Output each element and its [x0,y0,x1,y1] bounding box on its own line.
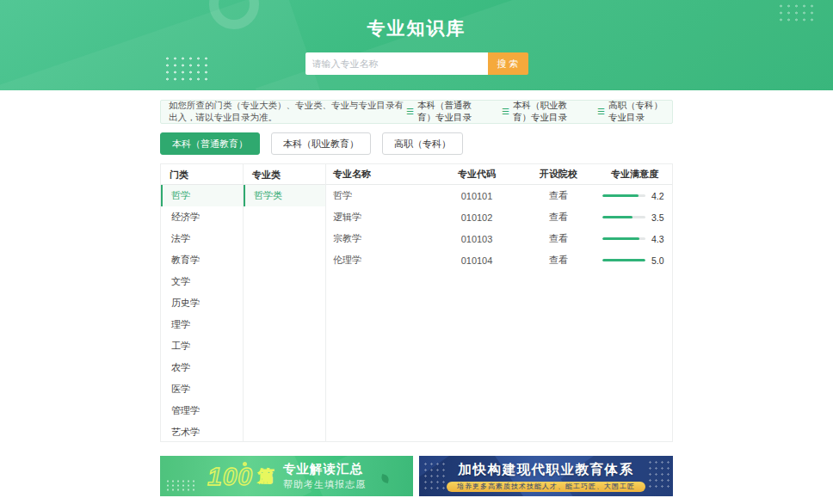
catalog-link-1[interactable]: ☰本科（职业教育）专业目录 [502,100,581,124]
major-code-cell: 010104 [434,255,520,266]
category-item[interactable]: 法学 [161,228,243,249]
notice-text: 如您所查的门类（专业大类）、专业类、专业与专业目录有出入，请以专业目录为准。 [169,100,406,124]
vocational-education-banner[interactable]: 加快构建现代职业教育体系 培养更多高素质技术技能人才、能工巧匠、大国工匠 [419,456,673,496]
view-colleges-link[interactable]: 查看 [549,212,568,222]
table-row: 伦理学010104查看5.0 [326,249,672,271]
view-colleges-link[interactable]: 查看 [549,233,568,243]
category-item[interactable]: 哲学 [161,185,243,206]
search-bar: 搜 索 [305,52,528,75]
view-colleges-link[interactable]: 查看 [549,190,568,200]
catalog-link-label: 本科（职业教育）专业目录 [513,100,581,124]
menu-list-icon: ☰ [502,108,509,116]
category-column: 门类 哲学经济学法学教育学文学历史学理学工学农学医学管理学艺术学 [161,164,244,441]
dots-pattern-icon [164,55,210,81]
catalog-links: ☰本科（普通教育）专业目录☰本科（职业教育）专业目录☰高职（专科）专业目录 [406,100,664,124]
majors-table-header: 专业名称 专业代码 开设院校 专业满意度 [326,164,672,185]
satisfaction-bar [602,194,645,197]
category-item[interactable]: 教育学 [161,249,243,271]
table-row: 逻辑学010102查看3.5 [326,206,672,228]
category-item[interactable]: 工学 [161,335,243,357]
colleges-header: 开设院校 [520,168,597,181]
category-item[interactable]: 理学 [161,314,243,335]
major-code-header: 专业代码 [434,168,520,181]
category-item[interactable]: 农学 [161,357,243,378]
satisfaction-header: 专业满意度 [597,168,672,181]
satisfaction-value: 4.2 [651,191,667,201]
catalog-link-label: 高职（专科）专业目录 [608,100,664,124]
satisfaction-cell: 4.2 [597,191,672,201]
satisfaction-value: 5.0 [651,255,667,266]
satisfaction-cell: 3.5 [597,212,672,223]
category-item[interactable]: 文学 [161,271,243,292]
major-code-cell: 010103 [434,234,520,244]
satisfaction-bar [602,237,645,240]
banner-count-unit: 篇 [258,468,275,484]
major-name-header: 专业名称 [326,168,434,181]
major-name-cell: 宗教学 [326,232,434,245]
table-row: 哲学010101查看4.2 [326,185,672,206]
search-button[interactable]: 搜 索 [488,52,528,75]
tab-2[interactable]: 高职（专科） [382,132,463,155]
major-name-cell: 逻辑学 [326,211,434,224]
satisfaction-cell: 5.0 [597,255,672,266]
major-name-cell: 伦理学 [326,254,434,267]
category-item[interactable]: 管理学 [161,400,243,421]
search-input[interactable] [305,52,488,75]
catalog-link-label: 本科（普通教育）专业目录 [417,100,485,124]
major-class-item[interactable]: 哲学类 [244,185,325,206]
major-code-cell: 010101 [434,191,520,201]
education-level-tabs: 本科（普通教育）本科（职业教育）高职（专科） [160,132,673,155]
page-header: 专业知识库 搜 索 [0,0,833,90]
category-item[interactable]: 历史学 [161,292,243,314]
major-name-cell: 哲学 [326,189,434,202]
menu-list-icon: ☰ [406,108,414,116]
view-colleges-link[interactable]: 查看 [549,255,568,265]
catalog-link-2[interactable]: ☰高职（专科）专业目录 [597,100,664,124]
banner-subtitle-pill: 培养更多高素质技术技能人才、能工巧匠、大国工匠 [447,482,645,492]
page-title: 专业知识库 [0,0,833,40]
banner-subtitle: 帮助考生填报志愿 [283,478,366,491]
category-item[interactable]: 医学 [161,378,243,400]
satisfaction-bar [602,259,645,261]
major-code-cell: 010102 [434,212,520,223]
banner-title: 专业解读汇总 [283,461,366,477]
category-item[interactable]: 经济学 [161,206,243,228]
satisfaction-value: 4.3 [651,234,667,244]
promo-banners: 100 篇 专业解读汇总 帮助考生填报志愿 加快构建现代职业教育体系 培养更多高… [160,456,673,496]
banner-title: 加快构建现代职业教育体系 [459,461,634,479]
major-class-column: 专业类 哲学类 [244,164,326,441]
catalog-link-0[interactable]: ☰本科（普通教育）专业目录 [406,100,485,124]
major-guide-banner[interactable]: 100 篇 专业解读汇总 帮助考生填报志愿 [160,456,413,496]
major-class-column-header: 专业类 [244,164,325,185]
category-column-header: 门类 [161,164,243,185]
table-row: 宗教学010103查看4.3 [326,228,672,249]
satisfaction-cell: 4.3 [597,234,672,244]
notice-bar: 如您所查的门类（专业大类）、专业类、专业与专业目录有出入，请以专业目录为准。 ☰… [160,100,673,124]
tab-0[interactable]: 本科（普通教育） [160,132,260,155]
majors-table: 门类 哲学经济学法学教育学文学历史学理学工学农学医学管理学艺术学 专业类 哲学类… [160,163,673,442]
category-item[interactable]: 艺术学 [161,421,243,443]
tab-1[interactable]: 本科（职业教育） [271,132,371,155]
majors-list-column: 专业名称 专业代码 开设院校 专业满意度 哲学010101查看4.2逻辑学010… [326,164,672,441]
banner-count: 100 [207,464,253,489]
satisfaction-bar [602,216,645,218]
menu-list-icon: ☰ [597,108,605,116]
satisfaction-value: 3.5 [651,212,667,223]
